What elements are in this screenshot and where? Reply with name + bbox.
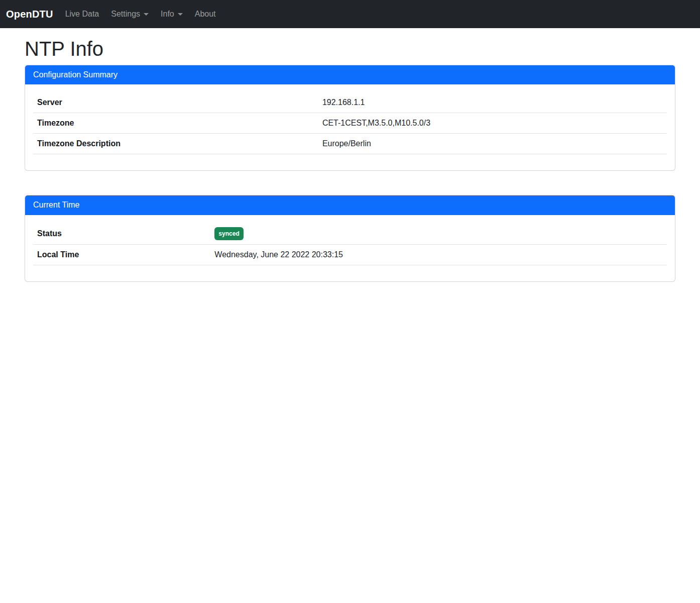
row-label-timezone-description: Timezone Description [33,134,318,154]
brand-opendtu[interactable]: OpenDTU [6,9,53,20]
current-time-header: Current Time [25,195,675,215]
chevron-down-icon [144,13,149,16]
row-label-local-time: Local Time [33,244,210,265]
table-row: Timezone CET-1CEST,M3.5.0,M10.5.0/3 [33,113,667,134]
page-container: NTP Info Configuration Summary Server 19… [19,37,681,282]
table-row: Local Time Wednesday, June 22 2022 20:33… [33,244,667,265]
configuration-summary-table: Server 192.168.1.1 Timezone CET-1CEST,M3… [33,92,667,154]
current-time-body: Status synced Local Time Wednesday, June… [25,215,675,281]
table-row: Timezone Description Europe/Berlin [33,134,667,154]
row-value-timezone: CET-1CEST,M3.5.0,M10.5.0/3 [318,113,667,134]
page-title: NTP Info [25,37,675,61]
configuration-summary-body: Server 192.168.1.1 Timezone CET-1CEST,M3… [25,84,675,170]
nav-item-settings[interactable]: Settings [107,6,153,23]
row-label-server: Server [33,92,318,113]
nav-item-info[interactable]: Info [157,6,187,23]
nav-item-settings-label: Settings [111,10,140,19]
row-label-timezone: Timezone [33,113,318,134]
top-navbar: OpenDTU Live Data Settings Info About [0,0,700,28]
row-label-status: Status [33,223,210,245]
row-value-timezone-description: Europe/Berlin [318,134,667,154]
current-time-card: Current Time Status synced Local Time We… [25,195,675,281]
nav-item-live-data[interactable]: Live Data [61,6,103,23]
status-badge: synced [214,227,243,240]
table-row: Server 192.168.1.1 [33,92,667,113]
configuration-summary-header: Configuration Summary [25,65,675,84]
row-value-local-time: Wednesday, June 22 2022 20:33:15 [210,244,667,265]
nav-item-about[interactable]: About [191,6,220,23]
chevron-down-icon [178,13,183,16]
nav-item-info-label: Info [161,10,174,19]
current-time-table: Status synced Local Time Wednesday, June… [33,223,667,265]
navbar-menu: Live Data Settings Info About [61,6,224,23]
configuration-summary-card: Configuration Summary Server 192.168.1.1… [25,65,675,171]
table-row: Status synced [33,223,667,245]
row-value-status: synced [210,223,667,245]
row-value-server: 192.168.1.1 [318,92,667,113]
